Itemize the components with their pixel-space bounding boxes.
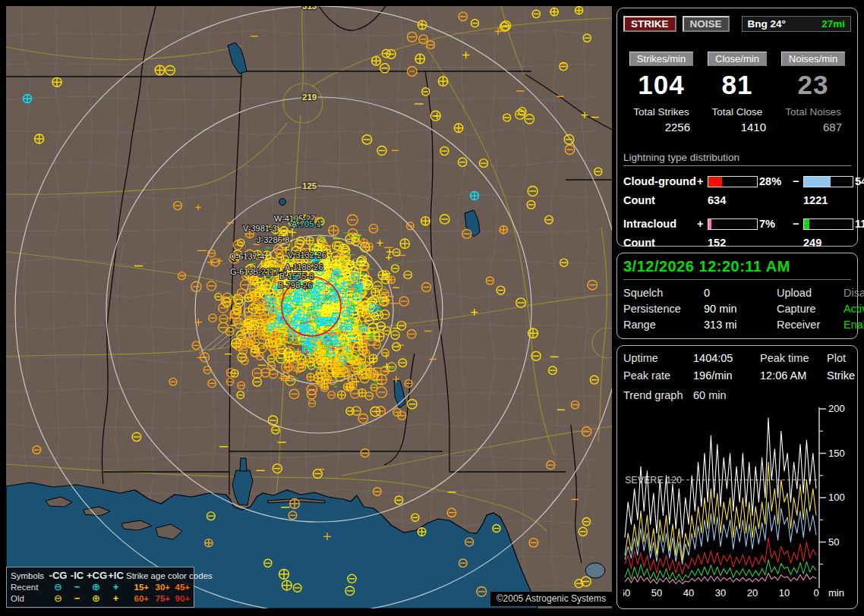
total-close-label: Total Close [699,106,775,118]
cg-minus-pct: 54% [855,175,864,187]
peak-time-value: 12:06 AM [760,369,827,382]
svg-text:50: 50 [828,536,839,548]
ic-minus-bar [803,218,853,230]
bare-minus-symbol: − [68,593,87,603]
persistence-label: Persistence [623,303,704,315]
cg-minus-count: 1221 [803,194,855,206]
squelch-label: Squelch [623,287,704,299]
range-value: 313 mi [704,319,777,331]
age-code-30plus: 30+ [149,583,170,592]
age-code-45plus: 45+ [170,583,190,592]
bearing-readout: Bng 24° 27mi [742,16,851,32]
total-noises-label: Total Noises [775,106,851,118]
noises-column: Noises/min 23 Total Noises 687 [775,52,851,134]
cg-plus-count: 634 [708,194,759,206]
trend-chart: SEVERE 120501001502006050403020100min [623,404,851,599]
distribution-title: Lightning type distribution [623,152,851,166]
mode-button-row: STRIKE NOISE Bng 24° 27mi [623,16,851,32]
svg-text:V-3132-26: V-3132-26 [288,250,326,259]
circle-plus-symbol: ⊕ [87,582,106,592]
total-close-value: 1410 [699,121,775,134]
status-panel: 3/12/2026 12:20:11 AM Squelch 0 Upload D… [616,253,858,339]
ic-plus-count: 152 [708,237,759,249]
receiver-value: Enabled [844,319,864,331]
close-per-min-button[interactable]: Close/min [708,52,767,66]
legend-header-pos-ic: +IC [106,570,126,580]
close-per-min-value: 81 [699,70,775,100]
noises-per-min-value: 23 [775,70,851,100]
uptime-label: Uptime [623,352,693,364]
map-canvas: 125219313W-4105-27A-705-1V-3981-3J-3286-… [6,6,612,608]
plus-sign: + [697,218,708,230]
legend-row-old: Old ⊖−⊕+60+75+90+ [11,592,190,604]
total-strikes-label: Total Strikes [623,106,699,118]
uptime-value: 1404:05 [693,352,760,364]
svg-text:0: 0 [813,587,818,599]
count-label: Count [623,194,697,206]
intracloud-label: Intracloud [623,218,697,230]
receiver-label: Receiver [777,319,844,331]
map-legend: Symbols -CG -IC +CG +IC Strike age color… [6,567,194,608]
svg-text:B-798-26: B-798-26 [278,281,312,290]
svg-text:min: min [828,587,844,599]
cloud-ground-count-row: Count 634 1221 [623,194,851,206]
legend-row-label: Old [11,594,49,603]
bare-plus-symbol: + [106,582,126,592]
strikes-per-min-button[interactable]: Strikes/min [629,52,693,66]
noise-mode-button[interactable]: NOISE [683,16,730,32]
intracloud-row: Intracloud + 7% − 11% [623,218,851,230]
ic-minus-count: 249 [803,237,855,249]
total-noises-value: 687 [775,121,851,134]
svg-text:20: 20 [747,587,758,599]
total-strikes-value: 2256 [623,121,699,134]
squelch-value: 0 [704,287,777,299]
cloud-ground-row: Cloud-ground + 28% − 54% [623,175,851,187]
peak-rate-value: 196/min [693,369,760,382]
svg-text:J-3286-8: J-3286-8 [257,235,289,244]
legend-row-recent: Recent ⊖−⊕+15+30+45+ [11,581,190,592]
stats-panel: STRIKE NOISE Bng 24° 27mi Strikes/min 10… [616,8,858,247]
noises-per-min-button[interactable]: Noises/min [781,52,845,66]
cg-plus-pct: 28% [759,175,793,187]
legend-header-neg-cg: -CG [49,570,68,580]
svg-text:100: 100 [828,492,845,503]
lightning-map[interactable]: 125219313W-4105-27A-705-1V-3981-3J-3286-… [6,6,612,608]
close-column: Close/min 81 Total Close 1410 [699,52,775,134]
plot-label: Plot [827,352,855,364]
minus-sign: − [793,175,803,187]
bearing-value: Bng 24° [748,18,786,30]
svg-text:150: 150 [828,448,845,459]
peak-rate-label: Peak rate [623,369,693,382]
svg-text:125: 125 [302,181,317,190]
intracloud-count-row: Count 152 249 [623,237,851,249]
plot-value: Strike [827,369,855,382]
count-label: Count [623,237,697,249]
svg-text:219: 219 [302,93,317,102]
age-code-90plus: 90+ [170,594,190,603]
app-window: 125219313W-4105-27A-705-1V-3981-3J-3286-… [0,0,864,616]
bearing-range-value: 27mi [821,18,845,30]
upload-value: Disabled [844,287,864,299]
datetime-display: 3/12/2026 12:20:11 AM [623,258,851,280]
svg-text:A-1188-26: A-1188-26 [285,262,323,272]
legend-row-label: Recent [11,583,49,592]
age-code-60plus: 60+ [126,594,149,603]
ic-plus-pct: 7% [759,218,793,230]
upload-label: Upload [777,287,844,299]
svg-text:A-705-1: A-705-1 [292,219,321,228]
strikes-column: Strikes/min 104 Total Strikes 2256 [623,52,699,134]
circle-minus-symbol: ⊖ [49,593,68,603]
bare-plus-symbol: + [106,593,126,603]
rate-columns: Strikes/min 104 Total Strikes 2256 Close… [623,52,851,134]
legend-header-neg-ic: -IC [68,570,87,580]
cloud-ground-label: Cloud-ground [623,175,697,187]
legend-header-symbols: Symbols [11,571,49,580]
session-panel: Uptime 1404:05 Peak time Plot Peak rate … [616,345,858,609]
cg-plus-bar [708,176,758,187]
svg-text:SEVERE 120: SEVERE 120 [625,475,682,486]
session-grid: Uptime 1404:05 Peak time Plot Peak rate … [623,352,851,382]
svg-text:10: 10 [779,587,790,599]
strike-mode-button[interactable]: STRIKE [623,16,676,32]
capture-value: Active [844,303,864,315]
svg-text:V-3981-3: V-3981-3 [243,224,277,233]
